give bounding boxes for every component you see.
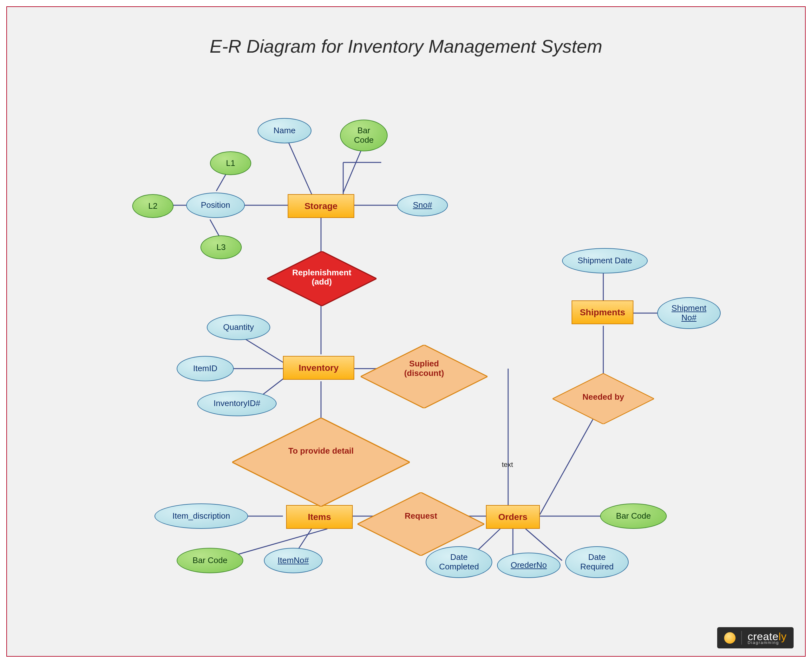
attr-barcode-orders: Bar Code (600, 503, 667, 529)
lightbulb-icon (724, 632, 736, 644)
diagram-frame: E-R Diagram for Inventory Management Sys… (6, 6, 806, 657)
entity-items-label: Items (308, 512, 331, 522)
attr-quantity: Quantity (207, 315, 270, 340)
svg-line-11 (242, 337, 283, 362)
attr-inventoryid: InventoryID# (197, 391, 277, 416)
rel-needed-by: Needed by (552, 374, 654, 421)
attr-position: Position (186, 192, 245, 218)
attr-name: Name (258, 118, 312, 143)
entity-items: Items (286, 505, 353, 529)
rel-needed-by-label: Needed by (582, 392, 624, 402)
creately-logo: creately Diagramming (717, 627, 794, 648)
attr-itemid: ItemID (177, 356, 234, 381)
logo-subtitle: Diagramming (747, 640, 787, 645)
connectors-svg (7, 7, 806, 657)
attr-sno: Sno# (397, 194, 448, 216)
entity-storage-label: Storage (305, 201, 337, 211)
attr-l2: L2 (132, 194, 173, 218)
attr-barcode-items: Bar Code (177, 548, 243, 573)
attr-date-completed: DateCompleted (426, 546, 492, 578)
attr-shipment-date: Shipment Date (562, 248, 648, 273)
attr-l3: L3 (200, 235, 242, 259)
entity-inventory: Inventory (283, 356, 354, 380)
entity-storage: Storage (288, 194, 354, 218)
entity-inventory-label: Inventory (299, 363, 339, 373)
rel-request-label: Request (405, 511, 437, 521)
attr-l1: L1 (210, 151, 251, 175)
attr-itemno: ItemNo# (264, 548, 323, 573)
svg-line-0 (286, 137, 313, 197)
rel-request: Request (357, 492, 484, 540)
attr-barcode-storage: BarCode (340, 120, 387, 151)
rel-replenishment: Replenishment(add) (267, 251, 376, 304)
attr-item-description: Item_discription (155, 503, 248, 529)
entity-orders-label: Orders (498, 512, 528, 522)
attr-date-required: DateRequired (565, 546, 629, 578)
label-text: text (502, 461, 513, 469)
entity-shipments-label: Shipments (580, 307, 625, 317)
rel-replenishment-label: Replenishment(add) (292, 268, 351, 287)
attr-shipment-no: ShipmentNo# (657, 297, 721, 329)
diagram-canvas: Storage Inventory Items Orders Shipments… (7, 7, 805, 656)
entity-orders: Orders (486, 505, 540, 529)
rel-supplied-label: Suplied(discount) (404, 359, 444, 378)
attr-orderno: OrederNo (497, 553, 560, 578)
rel-to-provide-detail: To provide detail (232, 418, 410, 484)
entity-shipments: Shipments (571, 301, 633, 324)
rel-to-provide-detail-label: To provide detail (288, 446, 354, 456)
rel-supplied: Suplied(discount) (361, 345, 488, 392)
